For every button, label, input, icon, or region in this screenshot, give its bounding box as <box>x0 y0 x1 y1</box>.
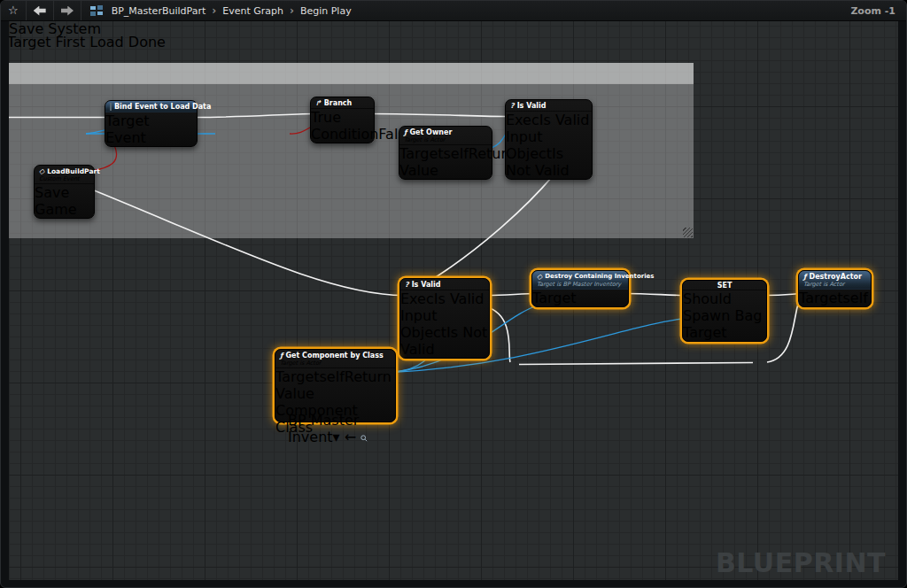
blueprint-editor-window: ☆ BP_MasterBuildPart › Event Graph › Beg… <box>0 0 907 588</box>
question-icon: ? <box>510 102 515 110</box>
node-subtitle: Target is Actor <box>280 360 391 367</box>
use-selected-asset-icon[interactable]: ← <box>345 429 356 445</box>
event-diamond-icon: ◇ <box>39 167 44 175</box>
favorite-button[interactable]: ☆ <box>1 1 27 20</box>
wire-isnotvalid2-to-reroute1 <box>486 307 510 363</box>
event-graph-canvas[interactable]: Bind Event to Load Data Target Event Sav… <box>9 20 898 580</box>
chevron-right-icon: › <box>290 4 294 17</box>
pin-label: Target <box>105 112 150 129</box>
node-is-valid-bottom[interactable]: ?Is Valid ExecIs Valid Input ObjectIs No… <box>399 278 490 359</box>
question-icon: ? <box>405 281 409 289</box>
node-bind-event-to-load-data[interactable]: Bind Event to Load Data Target Event <box>105 100 198 147</box>
node-title: SET <box>717 282 733 290</box>
back-button[interactable] <box>27 1 54 20</box>
function-icon: ƒ <box>404 128 407 136</box>
pin-label: Condition <box>311 126 378 143</box>
node-subtitle: Target is Actor <box>404 137 487 143</box>
pin-label: Input Object <box>400 307 446 341</box>
node-get-owner[interactable]: ƒGet Owner Target is Actor TargetselfRet… <box>399 126 492 180</box>
bind-event-icon <box>110 103 112 111</box>
variable-label: First Load Done <box>56 34 166 50</box>
node-title: Is Valid <box>412 281 441 289</box>
breadcrumb-event-graph[interactable]: Event Graph <box>222 5 283 17</box>
comment-title-bar[interactable] <box>9 63 694 84</box>
node-destroy-actor[interactable]: ƒDestroyActor Target is Actor Targetself <box>798 270 872 307</box>
pin-label: Exec <box>400 290 434 307</box>
pin-label: Target <box>9 34 51 50</box>
self-tag: self <box>444 145 469 162</box>
node-subtitle: Target is BP Master Inventory <box>537 282 624 288</box>
blueprint-watermark: BLUEPRINT <box>716 547 886 578</box>
node-title: Is Valid <box>517 102 547 110</box>
star-icon: ☆ <box>8 1 19 20</box>
pin-label: Target <box>683 324 727 341</box>
breadcrumb: BP_MasterBuildPart › Event Graph › Begin… <box>112 4 352 17</box>
pin-label: Target <box>275 368 320 385</box>
pin-label: Event <box>105 129 146 146</box>
forward-arrow-icon <box>61 6 74 16</box>
node-title: Destroy Containing Inventories <box>545 273 654 280</box>
node-title: Branch <box>324 99 353 107</box>
pin-label: True <box>311 109 341 126</box>
comment-resize-handle[interactable] <box>683 228 693 237</box>
pin-label: Save Game <box>35 184 77 218</box>
node-get-component-by-class[interactable]: ƒGet Component by Class Target is Actor … <box>275 349 396 422</box>
branch-icon: ↱ <box>315 99 322 107</box>
node-title: Get Owner <box>409 128 452 136</box>
pin-label: Input Object <box>506 128 552 162</box>
node-destroy-containing-inventories[interactable]: ◇Destroy Containing Inventories Target i… <box>531 270 629 307</box>
function-icon: ƒ <box>803 273 806 281</box>
wire-destroyinv-to-set <box>624 294 685 296</box>
graph-toolbar: ☆ BP_MasterBuildPart › Event Graph › Beg… <box>1 1 906 21</box>
function-icon: ƒ <box>280 352 283 360</box>
node-title: Bind Event to Load Data <box>114 103 211 111</box>
wire-isvalid2-to-destroyinv <box>486 294 538 296</box>
pin-label: Exec <box>506 112 539 128</box>
self-tag: self <box>320 368 345 385</box>
node-loadbuildpart-event[interactable]: ◇LoadBuildPart Custom Event Save Game <box>34 165 95 219</box>
node-branch[interactable]: ↱Branch True ConditionFalse <box>310 97 375 143</box>
node-set-should-spawn-bag[interactable]: SET Should Spawn Bag Target <box>682 280 767 342</box>
zoom-level-label: Zoom -1 <box>850 5 895 17</box>
wire-reroute2-to-destroyactor <box>767 294 802 362</box>
breadcrumb-begin-play[interactable]: Begin Play <box>300 5 352 17</box>
pin-label: Target <box>399 145 444 162</box>
pin-label: Is Valid <box>539 112 590 128</box>
chevron-right-icon: › <box>212 4 216 17</box>
wire-set-to-destroyactor <box>765 294 802 296</box>
node-subtitle: Custom Event <box>39 176 89 182</box>
self-tag: self <box>843 290 868 306</box>
event-diamond-icon: ◇ <box>537 273 542 281</box>
pin-label: Should Spawn Bag <box>683 290 762 324</box>
back-arrow-icon <box>34 6 46 16</box>
node-title: LoadBuildPart <box>47 167 100 175</box>
dropdown-arrow-icon: ▾ <box>333 429 340 445</box>
breadcrumb-blueprint[interactable]: BP_MasterBuildPart <box>112 5 206 17</box>
node-get-first-load-done[interactable]: Target First Load Done <box>9 34 898 48</box>
node-subtitle: Target is Actor <box>803 282 866 288</box>
pin-label: Is Valid <box>434 290 485 307</box>
node-is-valid-top[interactable]: ?Is Valid ExecIs Valid Input ObjectIs No… <box>505 99 593 180</box>
pin-label: Target <box>799 290 843 306</box>
blueprint-class-icon <box>90 5 103 16</box>
pin-label: Target <box>532 290 577 306</box>
node-title: DestroyActor <box>809 273 862 281</box>
node-get-save-system[interactable]: Save System <box>9 20 898 34</box>
node-title: Get Component by Class <box>285 352 383 360</box>
browse-asset-icon[interactable] <box>360 435 368 442</box>
wire-reroute1-to-reroute2 <box>519 363 753 365</box>
forward-button[interactable] <box>54 1 81 20</box>
